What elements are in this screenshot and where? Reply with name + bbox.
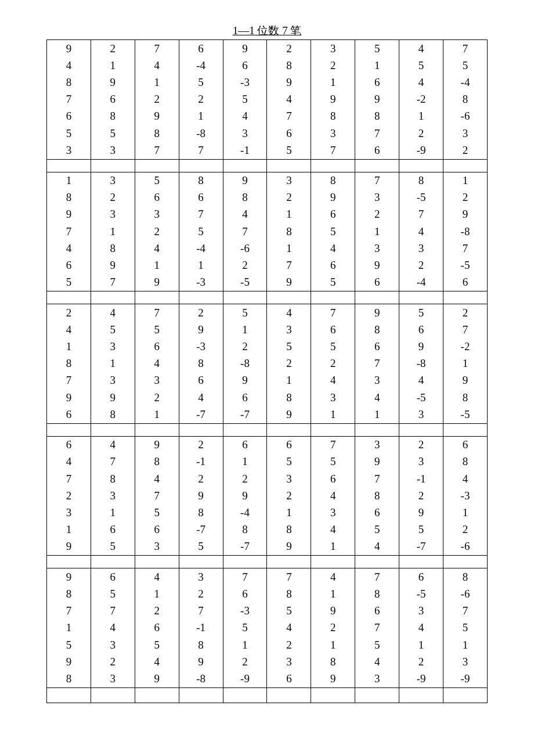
table-row: 7727-359637 bbox=[47, 603, 488, 620]
table-cell: 2 bbox=[399, 125, 443, 142]
table-cell: 4 bbox=[443, 470, 488, 487]
table-cell: 9 bbox=[135, 274, 179, 291]
table-row: 78422367-14 bbox=[47, 470, 488, 487]
table-cell: 4 bbox=[91, 436, 135, 453]
table-row: 9535-7914-7-6 bbox=[47, 538, 488, 556]
table-cell: 1 bbox=[311, 585, 355, 602]
table-cell: 6 bbox=[223, 57, 267, 74]
table-cell: 9 bbox=[267, 538, 311, 556]
table-cell: 1 bbox=[443, 636, 488, 653]
table-cell: 4 bbox=[47, 321, 91, 338]
table-cell: 1 bbox=[179, 108, 223, 125]
table-cell: 4 bbox=[47, 240, 91, 257]
table-cell: 3 bbox=[311, 125, 355, 142]
table-cell: 4 bbox=[399, 40, 443, 57]
table-cell: -3 bbox=[223, 74, 267, 91]
table-cell: -6 bbox=[443, 538, 488, 556]
table-cell: 6 bbox=[47, 406, 91, 423]
table-cell: 3 bbox=[355, 189, 399, 206]
blank-cell bbox=[355, 159, 399, 172]
table-cell: 3 bbox=[91, 206, 135, 223]
table-cell: 2 bbox=[223, 257, 267, 274]
table-row: 712578514-8 bbox=[47, 223, 488, 240]
table-cell: 5 bbox=[91, 125, 135, 142]
table-cell: 8 bbox=[91, 108, 135, 125]
table-cell: 7 bbox=[91, 603, 135, 620]
table-cell: 8 bbox=[355, 487, 399, 504]
table-cell: 5 bbox=[311, 453, 355, 470]
table-cell: 5 bbox=[179, 538, 223, 556]
blank-row bbox=[47, 687, 488, 703]
blank-cell bbox=[47, 159, 91, 172]
table-cell: -8 bbox=[399, 355, 443, 372]
table-cell: 5 bbox=[267, 453, 311, 470]
blank-cell bbox=[267, 556, 311, 568]
table-cell: 7 bbox=[135, 304, 179, 322]
table-cell: 2 bbox=[399, 436, 443, 453]
table-cell: 7 bbox=[311, 304, 355, 322]
table-cell: 8 bbox=[355, 108, 399, 125]
table-cell: 2 bbox=[267, 189, 311, 206]
table-cell: 1 bbox=[179, 257, 223, 274]
blank-cell bbox=[179, 687, 223, 703]
blank-cell bbox=[223, 556, 267, 568]
table-cell: 1 bbox=[443, 504, 488, 521]
table-cell: 6 bbox=[179, 40, 223, 57]
table-cell: 9 bbox=[135, 436, 179, 453]
table-cell: 2 bbox=[311, 57, 355, 74]
table-cell: 8 bbox=[267, 57, 311, 74]
blank-cell bbox=[311, 687, 355, 703]
table-cell: 2 bbox=[443, 142, 488, 159]
table-row: 2472547952 bbox=[47, 304, 488, 322]
blank-cell bbox=[311, 291, 355, 304]
table-cell: 8 bbox=[267, 521, 311, 538]
blank-cell bbox=[399, 687, 443, 703]
table-cell: 1 bbox=[47, 620, 91, 636]
blank-cell bbox=[223, 423, 267, 436]
table-cell: 3 bbox=[267, 172, 311, 189]
blank-cell bbox=[47, 687, 91, 703]
table-cell: 6 bbox=[47, 436, 91, 453]
table-cell: 6 bbox=[399, 568, 443, 586]
table-cell: 2 bbox=[267, 487, 311, 504]
table-cell: 1 bbox=[223, 453, 267, 470]
table-cell: 9 bbox=[179, 653, 223, 670]
practice-table: 9276923547414-46821558915-39164-47622549… bbox=[46, 39, 488, 703]
table-cell: 5 bbox=[135, 172, 179, 189]
table-cell: -7 bbox=[223, 538, 267, 556]
table-cell: 9 bbox=[355, 257, 399, 274]
table-cell: 4 bbox=[267, 304, 311, 322]
blank-cell bbox=[91, 291, 135, 304]
table-cell: 5 bbox=[399, 304, 443, 322]
table-cell: 1 bbox=[47, 339, 91, 355]
table-cell: 1 bbox=[47, 172, 91, 189]
table-cell: 4 bbox=[399, 620, 443, 636]
table-cell: -7 bbox=[179, 521, 223, 538]
table-cell: 6 bbox=[47, 108, 91, 125]
table-cell: 2 bbox=[91, 653, 135, 670]
table-cell: 9 bbox=[91, 74, 135, 91]
table-cell: 1 bbox=[311, 538, 355, 556]
table-cell: 6 bbox=[399, 321, 443, 338]
table-cell: -3 bbox=[179, 339, 223, 355]
table-cell: 2 bbox=[47, 304, 91, 322]
table-cell: 6 bbox=[311, 257, 355, 274]
table-row: 5358121511 bbox=[47, 636, 488, 653]
blank-cell bbox=[267, 159, 311, 172]
table-cell: -6 bbox=[223, 240, 267, 257]
table-cell: -1 bbox=[223, 142, 267, 159]
table-cell: -8 bbox=[179, 125, 223, 142]
table-cell: 6 bbox=[311, 470, 355, 487]
blank-cell bbox=[443, 159, 488, 172]
blank-cell bbox=[355, 423, 399, 436]
table-cell: 3 bbox=[135, 372, 179, 389]
table-cell: 1 bbox=[135, 585, 179, 602]
table-cell: 9 bbox=[91, 389, 135, 406]
blank-cell bbox=[179, 159, 223, 172]
table-cell: 7 bbox=[223, 568, 267, 586]
table-cell: 9 bbox=[399, 504, 443, 521]
table-cell: 3 bbox=[91, 172, 135, 189]
table-cell: -4 bbox=[179, 57, 223, 74]
table-cell: 2 bbox=[179, 91, 223, 108]
table-cell: 8 bbox=[443, 453, 488, 470]
